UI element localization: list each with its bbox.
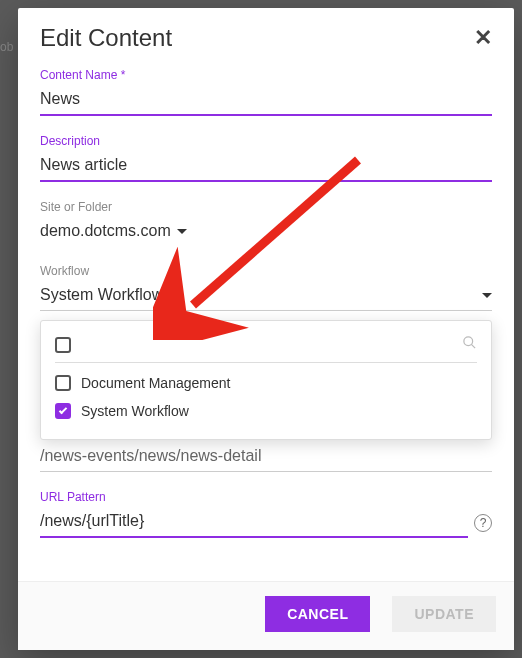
content-name-input[interactable]: [40, 86, 492, 116]
modal-body: Content Name * Description Site or Folde…: [18, 60, 514, 581]
modal-footer: CANCEL UPDATE: [18, 581, 514, 650]
workflow-select[interactable]: System Workflow: [40, 282, 492, 311]
workflow-label: Workflow: [40, 264, 492, 278]
dropdown-options: Document Management System Workflow: [55, 363, 477, 425]
option-document-management[interactable]: Document Management: [55, 369, 477, 397]
background-text: ob: [0, 40, 13, 54]
description-input[interactable]: [40, 152, 492, 182]
svg-line-1: [471, 344, 475, 348]
site-folder-value: demo.dotcms.com: [40, 222, 187, 240]
workflow-dropdown-panel[interactable]: Document Management System Workflow: [40, 320, 492, 440]
site-folder-label: Site or Folder: [40, 200, 492, 214]
option-system-workflow[interactable]: System Workflow: [55, 397, 477, 425]
field-site-folder: Site or Folder demo.dotcms.com: [40, 200, 492, 246]
select-all-checkbox[interactable]: [55, 337, 71, 353]
workflow-value: System Workflow: [40, 286, 163, 304]
dropdown-search-row: [55, 331, 477, 363]
close-button[interactable]: ✕: [474, 25, 492, 51]
detail-page-input[interactable]: [40, 443, 492, 472]
update-button: UPDATE: [392, 596, 496, 632]
cancel-button[interactable]: CANCEL: [265, 596, 370, 632]
edit-content-modal: Edit Content ✕ Content Name * Descriptio…: [18, 8, 514, 650]
search-icon: [462, 335, 477, 354]
field-url-pattern: URL Pattern ?: [40, 490, 492, 538]
field-content-name: Content Name *: [40, 68, 492, 116]
modal-header: Edit Content ✕: [18, 8, 514, 60]
field-description: Description: [40, 134, 492, 182]
field-detail-page: [40, 443, 492, 472]
caret-down-icon: [177, 229, 187, 234]
svg-point-0: [464, 337, 473, 346]
url-pattern-input[interactable]: [40, 508, 468, 538]
option-label: System Workflow: [81, 403, 189, 419]
field-workflow: Workflow System Workflow: [40, 264, 492, 311]
description-label: Description: [40, 134, 492, 148]
site-folder-select[interactable]: demo.dotcms.com: [40, 218, 492, 246]
checkbox-unchecked[interactable]: [55, 375, 71, 391]
close-icon: ✕: [474, 25, 492, 50]
dropdown-search-input[interactable]: [81, 337, 452, 353]
checkbox-checked[interactable]: [55, 403, 71, 419]
url-pattern-label: URL Pattern: [40, 490, 492, 504]
modal-title: Edit Content: [40, 24, 172, 52]
option-label: Document Management: [81, 375, 230, 391]
help-icon[interactable]: ?: [474, 514, 492, 532]
content-name-label: Content Name *: [40, 68, 492, 82]
caret-down-icon: [482, 293, 492, 298]
